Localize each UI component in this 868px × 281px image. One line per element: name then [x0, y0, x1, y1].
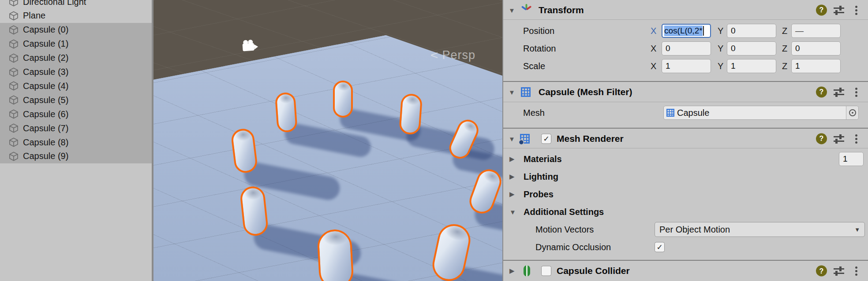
foldout-open-icon[interactable]: ▼ — [509, 6, 515, 14]
probes-label: Probes — [524, 189, 554, 200]
cube-icon — [8, 151, 19, 162]
mesh-renderer-icon — [520, 134, 530, 144]
scene-capsule-1[interactable] — [275, 92, 298, 133]
additional-settings-label: Additional Settings — [524, 207, 604, 217]
scale-x-field[interactable]: 1 — [662, 59, 711, 73]
scene-view[interactable]: < Persp X Z — [153, 0, 502, 281]
scale-z-field[interactable]: 1 — [791, 59, 841, 73]
hierarchy-item-label: Capsule (2) — [23, 53, 68, 63]
presets-icon[interactable] — [834, 88, 844, 96]
hierarchy-item-capsule-6[interactable]: Capsule (6) — [0, 107, 152, 121]
rotation-z-axis-label: Z — [782, 44, 787, 54]
hierarchy-item-label: Directional Light — [23, 0, 86, 7]
help-icon[interactable]: ? — [816, 133, 827, 144]
rotation-x-field[interactable]: 0 — [662, 41, 711, 55]
cube-icon — [8, 0, 19, 7]
foldout-open-icon[interactable]: ▼ — [509, 88, 515, 96]
kebab-menu-icon[interactable] — [853, 87, 859, 97]
motion-vectors-row: Motion Vectors Per Object Motion ▼ — [503, 221, 868, 238]
hierarchy-item-capsule-7[interactable]: Capsule (7) — [0, 121, 152, 135]
motion-vectors-label: Motion Vectors — [535, 225, 594, 235]
hierarchy-item-label: Capsule (3) — [23, 67, 68, 77]
foldout-closed-icon[interactable]: ▶ — [509, 155, 515, 163]
hierarchy-item-label: Capsule (8) — [23, 137, 68, 148]
materials-row[interactable]: ▶ Materials 1 — [503, 150, 868, 168]
position-x-field[interactable]: cos(L(0,2* — [662, 24, 711, 38]
kebab-menu-icon[interactable] — [853, 5, 859, 15]
materials-count-field[interactable]: 1 — [839, 152, 864, 166]
capsule-collider-title: Capsule Collider — [557, 266, 630, 276]
mesh-filter-icon — [521, 87, 531, 97]
hierarchy-item-label: Capsule (6) — [23, 109, 68, 119]
scene-capsule-2[interactable] — [399, 93, 423, 135]
cube-icon — [8, 81, 19, 91]
position-y-field[interactable]: 0 — [727, 24, 776, 38]
foldout-open-icon[interactable]: ▼ — [509, 135, 515, 142]
hierarchy-item-capsule-1[interactable]: Capsule (1) — [0, 37, 152, 51]
scale-y-axis-label: Y — [718, 61, 723, 71]
cube-icon — [8, 25, 19, 35]
position-x-axis-label: X — [651, 26, 656, 36]
help-icon[interactable]: ? — [816, 266, 827, 277]
lighting-row[interactable]: ▶ Lighting — [503, 168, 868, 185]
presets-icon[interactable] — [834, 134, 844, 143]
position-label: Position — [523, 26, 554, 36]
camera-lens — [254, 44, 258, 50]
help-icon[interactable]: ? — [816, 86, 827, 97]
rotation-z-field[interactable]: 0 — [791, 41, 841, 55]
hierarchy-item-capsule-8[interactable]: Capsule (8) — [0, 135, 152, 149]
scene-capsule-0[interactable] — [333, 81, 353, 118]
mesh-renderer-header[interactable]: ▼ ✓ Mesh Renderer ? — [503, 129, 868, 148]
capsule-collider-enabled-checkbox[interactable] — [541, 266, 551, 276]
foldout-open-icon[interactable]: ▼ — [509, 208, 516, 216]
hierarchy-item-capsule-3[interactable]: Capsule (3) — [0, 65, 152, 79]
lighting-label: Lighting — [524, 172, 558, 182]
mesh-filter-header[interactable]: ▼ Capsule (Mesh Filter) ? — [503, 82, 868, 102]
rotation-row: Rotation X 0 Y 0 Z 0 — [503, 40, 868, 57]
camera-gizmo-icon[interactable] — [242, 39, 261, 54]
probes-row[interactable]: ▶ Probes — [503, 185, 868, 203]
presets-icon[interactable] — [834, 266, 844, 275]
hierarchy-item-capsule-2[interactable]: Capsule (2) — [0, 51, 152, 65]
perspective-label[interactable]: < Persp — [430, 48, 475, 63]
capsule-collider-header[interactable]: ▶ Capsule Collider ? — [503, 261, 868, 281]
scale-y-field[interactable]: 1 — [727, 59, 776, 73]
mesh-object-field[interactable]: Capsule — [663, 106, 859, 120]
object-picker-icon[interactable] — [846, 106, 858, 119]
presets-icon[interactable] — [834, 6, 844, 15]
hierarchy-item-capsule-4[interactable]: Capsule (4) — [0, 79, 152, 93]
dynamic-occlusion-checkbox[interactable]: ✓ — [655, 242, 665, 252]
kebab-menu-icon[interactable] — [853, 133, 859, 144]
hierarchy-item-label: Plane — [23, 11, 45, 21]
hierarchy-item-plane[interactable]: Plane — [0, 9, 152, 23]
additional-settings-row[interactable]: ▼ Additional Settings — [503, 203, 868, 221]
cube-icon — [8, 123, 19, 133]
help-icon[interactable]: ? — [816, 4, 827, 15]
mesh-label: Mesh — [523, 108, 545, 118]
cube-icon — [8, 39, 19, 49]
hierarchy-item-label: Capsule (1) — [23, 39, 68, 49]
unity-editor: Directional Light Plane Capsule (0) Caps… — [0, 0, 868, 281]
rotation-y-field[interactable]: 0 — [727, 41, 776, 55]
orientation-gizmo[interactable]: X Z — [418, 0, 502, 40]
scene-capsule-7[interactable] — [317, 229, 354, 281]
position-z-field[interactable]: — — [791, 24, 841, 38]
foldout-closed-icon[interactable]: ▶ — [509, 267, 515, 275]
mesh-renderer-enabled-checkbox[interactable]: ✓ — [541, 133, 551, 144]
cube-icon — [8, 137, 19, 148]
hierarchy-item-capsule-9[interactable]: Capsule (9) — [0, 149, 152, 163]
position-y-axis-label: Y — [718, 26, 723, 36]
scale-label: Scale — [523, 61, 545, 71]
mesh-value: Capsule — [677, 108, 709, 118]
selected-text: cos(L(0,2* — [664, 26, 703, 36]
hierarchy-panel: Directional Light Plane Capsule (0) Caps… — [0, 0, 153, 281]
hierarchy-item-capsule-5[interactable]: Capsule (5) — [0, 93, 152, 107]
foldout-closed-icon[interactable]: ▶ — [509, 190, 515, 198]
mesh-renderer-title: Mesh Renderer — [557, 133, 624, 144]
foldout-closed-icon[interactable]: ▶ — [509, 173, 515, 181]
motion-vectors-dropdown[interactable]: Per Object Motion ▼ — [655, 222, 865, 237]
kebab-menu-icon[interactable] — [853, 266, 859, 276]
transform-header[interactable]: ▼ Transform ? — [503, 0, 868, 20]
hierarchy-item-directional-light[interactable]: Directional Light — [0, 0, 152, 9]
hierarchy-item-capsule-0[interactable]: Capsule (0) — [0, 23, 152, 37]
